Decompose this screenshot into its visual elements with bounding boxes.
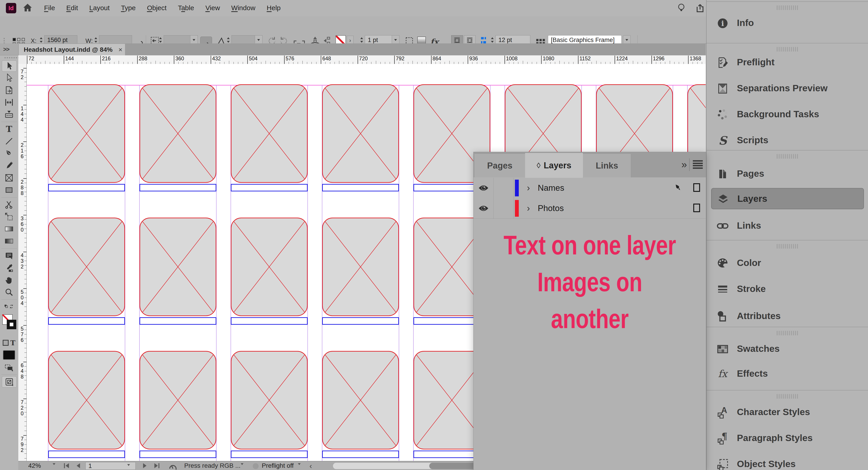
dock-item-pages[interactable]: Pages <box>707 163 868 185</box>
pencil-tool[interactable] <box>2 160 16 171</box>
dock-item-info[interactable]: iInfo <box>707 13 868 34</box>
next-page-button[interactable] <box>143 463 147 468</box>
zoom-tool[interactable] <box>2 287 16 297</box>
share-icon[interactable] <box>695 3 705 13</box>
dock-item-color[interactable]: Color <box>707 253 868 274</box>
dock-item-links[interactable]: Links <box>707 215 868 237</box>
dock-section-grip[interactable] <box>777 47 798 52</box>
layer-row[interactable]: ›Names <box>473 178 706 198</box>
photo-placeholder-frame[interactable] <box>231 84 308 183</box>
layer-row[interactable]: ›Photos <box>473 198 706 219</box>
note-tool[interactable] <box>2 250 16 261</box>
menu-table[interactable]: Table <box>172 0 200 16</box>
photo-placeholder-frame[interactable] <box>322 351 399 449</box>
screen-mode-tool[interactable] <box>2 376 17 387</box>
eyedropper-tool[interactable] <box>2 262 16 273</box>
name-text-frame[interactable] <box>231 450 308 458</box>
fill-stroke-tool[interactable] <box>2 313 16 336</box>
layer-disclosure-icon[interactable]: › <box>527 183 530 193</box>
live-prepress-gauge-icon[interactable] <box>168 462 178 470</box>
last-page-button[interactable] <box>154 463 159 468</box>
panel-tab-layers[interactable]: ◊Layers <box>525 153 583 178</box>
dock-item-layers[interactable]: Layers <box>711 188 864 209</box>
horizontal-scrollbar[interactable] <box>333 463 491 469</box>
swap-mini-tool[interactable] <box>2 301 16 312</box>
layer-lock-cell[interactable] <box>493 198 514 219</box>
pen-tool[interactable] <box>2 148 16 159</box>
document-tab[interactable]: Headshot Layout.indd @ 84% × <box>19 44 125 55</box>
dock-item-object-styles[interactable]: Object Styles <box>707 454 868 470</box>
page-number-dropdown[interactable] <box>127 464 130 466</box>
preflight-status-value[interactable]: Preflight off <box>262 462 293 470</box>
panel-tab-links[interactable]: Links <box>583 154 631 177</box>
photo-placeholder-frame[interactable] <box>231 218 308 316</box>
layer-selection-square[interactable] <box>693 203 700 212</box>
dock-item-separations-preview[interactable]: Separations Preview <box>707 78 868 99</box>
gap-tool[interactable] <box>2 97 16 108</box>
learn-lightbulb-icon[interactable] <box>677 3 686 13</box>
menu-edit[interactable]: Edit <box>61 0 84 16</box>
color-profile-value[interactable]: Press ready RGB ... <box>184 462 241 470</box>
vertical-ruler[interactable]: 72144216288360432504576648720792 <box>18 64 27 461</box>
apply-color-tool[interactable] <box>2 350 16 361</box>
layer-visibility-eye-icon[interactable] <box>473 198 494 219</box>
panel-collapse-icon[interactable]: » <box>682 159 686 170</box>
layer-name[interactable]: Photos <box>538 203 564 213</box>
preflight-dropdown[interactable] <box>298 463 301 465</box>
menu-file[interactable]: File <box>38 0 61 16</box>
gradient-tool[interactable] <box>2 223 16 234</box>
layer-visibility-eye-icon[interactable] <box>473 178 494 198</box>
name-text-frame[interactable] <box>48 450 125 458</box>
direct-selection-tool[interactable] <box>2 72 16 83</box>
free-transform-tool[interactable] <box>2 211 16 222</box>
dock-section-grip[interactable] <box>777 154 798 159</box>
name-text-frame[interactable] <box>140 184 216 191</box>
frame-tool[interactable] <box>2 173 16 183</box>
layer-selection-square[interactable] <box>693 183 700 192</box>
name-text-frame[interactable] <box>140 317 216 325</box>
menu-window[interactable]: Window <box>225 0 261 16</box>
page-tool[interactable] <box>2 85 16 96</box>
dock-item-effects[interactable]: fxEffects <box>707 363 868 384</box>
toolbar-collapse-button[interactable]: >> <box>0 43 18 55</box>
name-text-frame[interactable] <box>48 184 125 191</box>
dock-item-character-styles[interactable]: ACharacter Styles <box>707 402 868 423</box>
name-text-frame[interactable] <box>322 450 399 458</box>
layer-lock-cell[interactable] <box>493 178 514 198</box>
dock-item-attributes[interactable]: Attributes <box>707 306 868 327</box>
menu-layout[interactable]: Layout <box>84 0 115 16</box>
dock-section-grip[interactable] <box>777 331 798 335</box>
zoom-level-dropdown[interactable] <box>53 463 55 465</box>
name-text-frame[interactable] <box>322 184 399 191</box>
dock-item-scripts[interactable]: SScripts <box>707 130 868 151</box>
layer-disclosure-icon[interactable]: › <box>527 203 530 213</box>
menu-view[interactable]: View <box>200 0 225 16</box>
hand-tool[interactable] <box>2 275 16 285</box>
name-text-frame[interactable] <box>140 450 216 458</box>
tools-panel-grip[interactable] <box>4 57 19 58</box>
photo-placeholder-frame[interactable] <box>48 218 125 316</box>
menu-object[interactable]: Object <box>141 0 172 16</box>
type-tool[interactable]: T <box>2 124 16 134</box>
dock-item-background-tasks[interactable]: Background Tasks <box>707 104 868 125</box>
photo-placeholder-frame[interactable] <box>48 351 125 449</box>
photo-placeholder-frame[interactable] <box>48 84 125 183</box>
dock-section-grip[interactable] <box>777 394 798 399</box>
horizontal-ruler[interactable]: 7214421628836043250457664872079286493610… <box>26 55 706 64</box>
first-page-button[interactable] <box>64 463 69 468</box>
photo-placeholder-frame[interactable] <box>231 351 308 449</box>
home-icon[interactable] <box>23 3 33 13</box>
photo-placeholder-frame[interactable] <box>322 218 399 316</box>
profile-dropdown[interactable] <box>241 463 243 465</box>
dock-section-grip[interactable] <box>777 5 798 10</box>
rectangle-tool[interactable] <box>2 185 16 195</box>
photo-placeholder-frame[interactable] <box>140 351 216 449</box>
photo-placeholder-frame[interactable] <box>322 84 399 183</box>
layer-name[interactable]: Names <box>538 183 564 193</box>
dock-item-swatches[interactable]: Swatches <box>707 339 868 360</box>
name-text-frame[interactable] <box>231 184 308 191</box>
zoom-level-value[interactable]: 42% <box>28 462 41 470</box>
menu-help[interactable]: Help <box>261 0 286 16</box>
gradient-feather-tool[interactable] <box>2 236 16 247</box>
photo-placeholder-frame[interactable] <box>140 84 216 183</box>
